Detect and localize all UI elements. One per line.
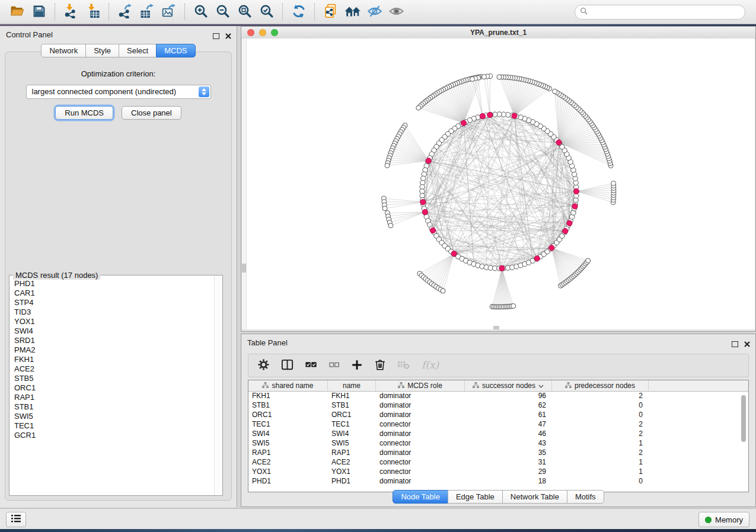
- network-leaf-node[interactable]: [511, 304, 516, 309]
- network-window-titlebar[interactable]: YPA_prune.txt_1: [241, 27, 755, 39]
- mcds-result-node[interactable]: ACE2: [9, 364, 214, 374]
- mcds-result-node[interactable]: PHD1: [9, 279, 214, 289]
- eye-button[interactable]: [385, 2, 407, 22]
- mcds-hub-node[interactable]: [549, 245, 554, 251]
- network-leaf-node[interactable]: [553, 89, 557, 94]
- network-bottom-scrollbar-thumb[interactable]: [493, 326, 499, 329]
- table-row[interactable]: STB1STB1dominator620: [248, 400, 748, 410]
- minimize-window-light[interactable]: [259, 29, 266, 36]
- table-row[interactable]: SWI4SWI4dominator462: [248, 429, 748, 438]
- split-view-button[interactable]: [280, 358, 294, 373]
- mcds-result-node[interactable]: STB5: [9, 374, 214, 383]
- tab-edge-table[interactable]: Edge Table: [448, 490, 503, 504]
- mcds-hub-node[interactable]: [534, 256, 540, 261]
- mcds-hub-node[interactable]: [556, 140, 562, 145]
- show-panels-button[interactable]: [6, 512, 26, 527]
- mcds-hub-node[interactable]: [426, 158, 431, 164]
- export-table-button[interactable]: [136, 2, 158, 22]
- network-leaf-node[interactable]: [586, 258, 591, 263]
- export-network-button[interactable]: [114, 2, 136, 22]
- save-button[interactable]: [28, 2, 50, 22]
- table-row[interactable]: RAP1RAP1dominator352: [248, 448, 748, 457]
- mcds-result-node[interactable]: TEC1: [9, 421, 214, 431]
- close-panel-icon[interactable]: [225, 31, 231, 41]
- select-all-columns-button[interactable]: [304, 358, 318, 373]
- mcds-hub-node[interactable]: [512, 113, 517, 118]
- table-row[interactable]: FKH1FKH1dominator962: [248, 391, 748, 400]
- mcds-result-node[interactable]: ORC1: [9, 383, 214, 393]
- float-table-panel-icon[interactable]: [732, 341, 738, 347]
- run-mcds-button[interactable]: Run MCDS: [55, 106, 113, 120]
- table-row[interactable]: YOX1YOX1connector291: [248, 467, 748, 476]
- network-left-scrollbar-thumb[interactable]: [242, 264, 246, 273]
- import-table-button[interactable]: [82, 2, 104, 22]
- network-leaf-node[interactable]: [385, 163, 390, 168]
- tab-select[interactable]: Select: [119, 44, 157, 57]
- close-table-panel-icon[interactable]: [744, 339, 750, 350]
- add-column-button[interactable]: [350, 358, 363, 373]
- table-row[interactable]: PHD1PHD1dominator180: [248, 476, 748, 486]
- network-graph[interactable]: [247, 39, 752, 329]
- mcds-result-node[interactable]: SWI5: [9, 412, 214, 421]
- mcds-result-node[interactable]: FKH1: [9, 355, 214, 364]
- table-row[interactable]: ACE2ACE2connector311: [248, 457, 748, 467]
- mcds-result-node[interactable]: YOX1: [9, 317, 214, 326]
- export-image-button[interactable]: [158, 2, 180, 22]
- network-leaf-node[interactable]: [388, 223, 393, 228]
- column-header-shared-name[interactable]: shared name: [248, 380, 328, 391]
- close-window-light[interactable]: [247, 29, 254, 36]
- column-header-successor-nodes[interactable]: successor nodes: [465, 380, 552, 391]
- zoom-fit-button[interactable]: [234, 2, 256, 22]
- mcds-result-node[interactable]: TID3: [9, 307, 214, 317]
- table-scrollbar-thumb[interactable]: [741, 395, 746, 442]
- network-left-scrollbar[interactable]: [242, 39, 247, 329]
- tab-style[interactable]: Style: [85, 44, 119, 57]
- mcds-result-node[interactable]: STP4: [9, 298, 214, 307]
- tab-node-table[interactable]: Node Table: [393, 490, 448, 504]
- tab-network[interactable]: Network: [41, 44, 86, 57]
- share-document-button[interactable]: [320, 2, 342, 22]
- column-header-predecessor-nodes[interactable]: predecessor nodes: [552, 380, 649, 391]
- open-folder-button[interactable]: [6, 2, 28, 22]
- mcds-hub-node[interactable]: [461, 120, 466, 126]
- eye-slash-button[interactable]: [363, 2, 385, 22]
- search-box[interactable]: [575, 5, 745, 20]
- tab-mcds[interactable]: MCDS: [156, 44, 195, 57]
- mcds-result-node[interactable]: PMA2: [9, 345, 214, 355]
- memory-button[interactable]: Memory: [698, 512, 749, 527]
- mcds-result-node[interactable]: SWI4: [9, 326, 214, 336]
- import-network-button[interactable]: [60, 2, 82, 22]
- network-leaf-node[interactable]: [441, 289, 445, 293]
- deselect-all-columns-button[interactable]: [328, 358, 340, 373]
- network-leaf-node[interactable]: [611, 181, 616, 186]
- zoom-in-button[interactable]: [190, 2, 212, 22]
- mcds-hub-node[interactable]: [573, 188, 579, 194]
- table-row[interactable]: TEC1TEC1connector472: [248, 419, 748, 429]
- column-header-name[interactable]: name: [328, 380, 376, 391]
- mcds-result-node[interactable]: RAP1: [9, 393, 214, 402]
- mcds-hub-node[interactable]: [499, 265, 505, 271]
- network-canvas[interactable]: [242, 39, 755, 329]
- mcds-result-node[interactable]: CAR1: [9, 289, 214, 298]
- zoom-out-button[interactable]: [212, 2, 234, 22]
- tab-motifs[interactable]: Motifs: [567, 490, 604, 504]
- mcds-hub-node[interactable]: [567, 220, 572, 226]
- network-leaf-node[interactable]: [482, 75, 487, 79]
- settings-gear-button[interactable]: [257, 358, 270, 373]
- mcds-hub-node[interactable]: [487, 112, 493, 117]
- close-panel-button[interactable]: Close panel: [122, 106, 181, 120]
- tab-network-table[interactable]: Network Table: [502, 490, 567, 504]
- mcds-hub-node[interactable]: [572, 204, 578, 209]
- mcds-result-node[interactable]: SRD1: [9, 336, 214, 345]
- search-input[interactable]: [591, 7, 745, 17]
- table-row[interactable]: SWI5SWI5connector431: [248, 438, 748, 448]
- mcds-hub-node[interactable]: [480, 114, 485, 119]
- column-header-mcds-role[interactable]: MCDS role: [376, 380, 465, 391]
- home-views-button[interactable]: [342, 2, 363, 22]
- mcds-hub-node[interactable]: [430, 227, 435, 233]
- mcds-hub-node[interactable]: [422, 209, 428, 214]
- network-leaf-node[interactable]: [382, 206, 387, 211]
- mcds-hub-node[interactable]: [420, 200, 426, 205]
- network-leaf-node[interactable]: [470, 76, 475, 81]
- delete-columns-button[interactable]: [374, 358, 387, 373]
